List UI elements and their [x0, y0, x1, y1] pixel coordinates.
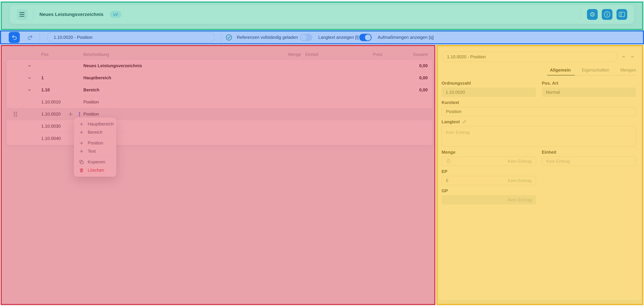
kurztext-label: Kurztext [442, 100, 636, 105]
kurztext-input[interactable]: Position [442, 107, 636, 116]
einheit-input[interactable]: Kein Eintrag [542, 157, 636, 166]
prev-item-button[interactable] [620, 53, 628, 60]
column-header-pos: Pos [35, 52, 77, 57]
settings-button[interactable]: ⚙ [587, 9, 598, 20]
table-row[interactable]: Neues Leistungsverzeichnis 0,00 [7, 60, 433, 72]
gp-placeholder: Kein Eintrag [508, 197, 532, 203]
menu-item-label: Kopieren [88, 159, 105, 165]
calculator-icon [446, 159, 451, 164]
field-menge: Menge Kein Eintrag [442, 150, 536, 166]
panel-selector-row: 1.10.0020 - Position [442, 52, 636, 62]
ordnungszahl-label: Ordnungszahl [442, 81, 536, 86]
menu-item-delete[interactable]: Löschen [74, 166, 116, 174]
toolbar-zone: 1.10.0020 - Position Referenzen vollstän… [0, 30, 644, 44]
redo-button[interactable] [26, 33, 35, 42]
field-gp: GP Kein Eintrag [442, 188, 536, 205]
tab-allgemein[interactable]: Allgemein [550, 68, 571, 75]
euro-icon: € [446, 178, 448, 183]
layout-columns-icon [619, 12, 625, 17]
plus-icon [79, 149, 84, 154]
undo-button[interactable] [9, 32, 20, 43]
menge-label: Menge [442, 150, 536, 155]
expand-cell[interactable] [7, 76, 35, 80]
column-header-preis: Preis [331, 52, 382, 57]
trash-icon [79, 168, 84, 173]
toggle-knob [300, 34, 306, 41]
tab-mengen[interactable]: Mengen [620, 68, 636, 75]
langtext-toggle[interactable] [300, 34, 312, 41]
field-pos-art: Pos. Art Normal [542, 81, 636, 97]
plus-icon [68, 111, 74, 117]
next-item-button[interactable] [629, 53, 636, 60]
table-row[interactable]: 1.10.0040 [7, 132, 433, 144]
menu-item-add-hauptbereich[interactable]: Hauptbereich [74, 120, 116, 128]
chevron-down-icon [27, 76, 32, 80]
beschreibung-cell: Bereich [77, 87, 255, 93]
ordnungszahl-input[interactable]: 1.10.0020 [442, 87, 536, 97]
table-row[interactable]: 1.10.0010 Position [7, 96, 433, 108]
menge-input[interactable]: Kein Eintrag [442, 157, 536, 166]
lv-badge: LV [110, 11, 122, 18]
expand-cell[interactable] [7, 88, 35, 92]
panel-tabs: Allgemein Eigenschaften Mengen [550, 68, 636, 76]
beschreibung-cell: Position [77, 111, 255, 117]
ep-label: EP [442, 169, 536, 174]
menu-divider [78, 137, 112, 138]
table-row[interactable]: 1 Hauptbereich 0,00 [7, 72, 433, 84]
gp-input: Kein Eintrag [442, 195, 536, 205]
info-button[interactable]: i [602, 9, 612, 20]
kebab-menu-icon [77, 111, 82, 117]
current-item-field[interactable]: 1.10.0020 - Position [47, 32, 215, 43]
plus-icon [79, 122, 84, 127]
hamburger-menu-button[interactable] [16, 9, 27, 20]
pos-cell: 1.10.0010 [35, 99, 77, 105]
field-ep-spacer [542, 169, 636, 185]
field-kurztext: Kurztext Position [442, 100, 636, 116]
field-ep: EP € Kein Eintrag [442, 169, 536, 185]
table-row[interactable]: 1.10.0030 [7, 120, 433, 132]
langtext-textarea[interactable]: Kein Eintrag [442, 126, 636, 147]
plus-icon [79, 130, 84, 135]
menu-item-label: Bereich [88, 130, 102, 135]
pos-art-label: Pos. Art [542, 81, 636, 86]
aufmass-toggle[interactable] [359, 34, 372, 41]
gear-icon: ⚙ [590, 11, 595, 18]
pencil-icon[interactable] [462, 120, 466, 124]
table-header-row: Pos Beschreibung Menge Einheit Preis Ges… [7, 50, 433, 59]
layout-panel-button[interactable] [616, 9, 627, 20]
menge-placeholder: Kein Eintrag [508, 159, 532, 164]
langtext-toggle-label: Langtext anzeigen [l] [318, 30, 358, 44]
tab-eigenschaften[interactable]: Eigenschaften [582, 68, 610, 75]
table-row[interactable]: 1.10 Bereich 0,00 [7, 84, 433, 96]
item-selector[interactable]: 1.10.0020 - Position [442, 52, 618, 62]
einheit-placeholder: Kein Eintrag [546, 159, 570, 164]
expand-cell[interactable] [7, 64, 35, 68]
column-header-einheit: Einheit [301, 52, 331, 57]
beschreibung-cell: Hauptbereich [77, 75, 255, 80]
menu-item-add-position[interactable]: Position [74, 139, 116, 147]
column-header-gesamt: Gesamt [382, 52, 433, 57]
aufmass-toggle-label: Aufmaßmengen anzeigen [q] [378, 30, 434, 44]
detail-panel: 1.10.0020 - Position Allgemein Eigenscha… [438, 47, 641, 300]
menu-item-copy[interactable]: Kopieren [74, 158, 116, 166]
detail-panel-zone: 1.10.0020 - Position Allgemein Eigenscha… [436, 44, 644, 306]
table-row-selected[interactable]: 1.10.0020 Position [7, 108, 433, 120]
add-row-button[interactable] [68, 111, 74, 117]
drag-handle[interactable] [12, 110, 19, 119]
menu-item-add-bereich[interactable]: Bereich [74, 128, 116, 136]
header-divider [33, 10, 33, 19]
pos-art-input[interactable]: Normal [542, 87, 636, 97]
menu-item-add-text[interactable]: Text [74, 147, 116, 155]
field-ordnungszahl: Ordnungszahl 1.10.0020 [442, 81, 536, 97]
row-context-menu: Hauptbereich Bereich Position Text Kopie… [74, 117, 116, 177]
selector-nav [620, 53, 636, 60]
chevron-down-icon [27, 64, 32, 68]
field-gp-spacer [542, 188, 636, 205]
lv-table-zone: Pos Beschreibung Menge Einheit Preis Ges… [0, 44, 436, 306]
gesamt-cell: 0,00 [382, 63, 433, 68]
gesamt-cell: 0,00 [382, 75, 433, 80]
field-einheit: Einheit Kein Eintrag [542, 150, 636, 166]
ep-input[interactable]: € Kein Eintrag [442, 176, 536, 185]
row-menu-button[interactable] [77, 111, 82, 117]
menu-item-label: Text [88, 149, 96, 154]
